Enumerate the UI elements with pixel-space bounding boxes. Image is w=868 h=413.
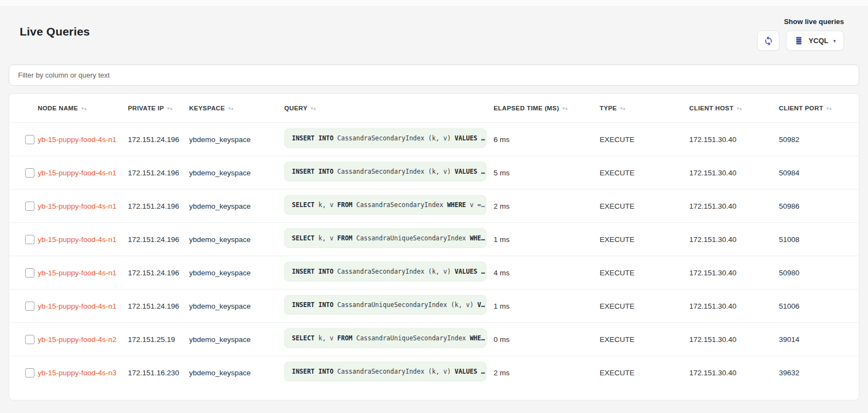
filter-input[interactable] — [9, 64, 859, 86]
query-chip[interactable]: INSERT INTO CassandraSecondaryIndex (k, … — [284, 262, 486, 281]
private-ip-cell: 172.151.24.196 — [128, 135, 189, 144]
client-port-cell: 50986 — [779, 202, 859, 210]
sort-icons[interactable]: ▾▴ — [620, 106, 626, 111]
query-type-cell: EXECUTE — [600, 202, 689, 210]
query-chip[interactable]: SELECT k, v FROM CassandraSecondaryIndex… — [284, 195, 486, 215]
private-ip-cell: 172.151.24.196 — [128, 202, 189, 210]
column-header-client-host[interactable]: CLIENT HOST▾▴ — [689, 105, 779, 111]
row-checkbox[interactable] — [25, 335, 34, 344]
table-row: yb-15-puppy-food-4s-n1 172.151.24.196 yb… — [9, 189, 859, 222]
elapsed-time-cell: 2 ms — [494, 202, 600, 210]
filter-bar — [9, 64, 859, 86]
toolbar-buttons: YCQL ▾ — [757, 31, 844, 51]
query-type-cell: EXECUTE — [600, 369, 689, 377]
node-name-link[interactable]: yb-15-puppy-food-4s-n2 — [38, 335, 116, 344]
row-checkbox[interactable] — [25, 168, 34, 178]
row-checkbox[interactable] — [25, 202, 34, 211]
client-host-cell: 172.151.30.40 — [689, 369, 779, 377]
column-header-elapsed-time[interactable]: ELAPSED TIME (MS)▾▴ — [494, 105, 600, 111]
client-host-cell: 172.151.30.40 — [689, 135, 779, 144]
client-port-cell: 39632 — [779, 369, 859, 377]
query-type-cell: EXECUTE — [600, 335, 689, 344]
query-chip[interactable]: SELECT k, v FROM CassandraUniqueSecondar… — [284, 328, 486, 348]
toolbar: Show live queries — [757, 17, 844, 51]
private-ip-cell: 172.151.24.196 — [128, 302, 189, 310]
table-row: yb-15-puppy-food-4s-n2 172.151.25.19 ybd… — [9, 322, 859, 356]
client-port-cell: 50980 — [779, 269, 859, 277]
refresh-button[interactable] — [757, 31, 779, 51]
sort-icons[interactable]: ▾▴ — [562, 106, 568, 111]
row-checkbox[interactable] — [25, 268, 34, 278]
keyspace-cell: ybdemo_keyspace — [189, 369, 284, 377]
live-queries-table: NODE NAME▾▴ PRIVATE IP▾▴ KEYSPACE▾▴ QUER… — [9, 93, 859, 400]
private-ip-cell: 172.151.24.196 — [128, 269, 189, 277]
keyspace-cell: ybdemo_keyspace — [189, 235, 284, 244]
elapsed-time-cell: 6 ms — [494, 135, 600, 144]
private-ip-cell: 172.151.24.196 — [128, 235, 189, 244]
page-title: Live Queries — [20, 17, 90, 38]
keyspace-cell: ybdemo_keyspace — [189, 135, 284, 144]
node-name-link[interactable]: yb-15-puppy-food-4s-n1 — [38, 235, 116, 244]
top-nav-edge — [0, 0, 868, 7]
node-name-link[interactable]: yb-15-puppy-food-4s-n1 — [38, 202, 116, 210]
query-type-cell: EXECUTE — [600, 135, 689, 144]
row-checkbox[interactable] — [25, 368, 34, 377]
sort-icons[interactable]: ▾▴ — [167, 106, 173, 111]
elapsed-time-cell: 4 ms — [494, 269, 600, 277]
api-selector-dropdown[interactable]: YCQL ▾ — [786, 31, 844, 51]
query-type-cell: EXECUTE — [600, 302, 689, 310]
elapsed-time-cell: 1 ms — [494, 235, 600, 244]
row-checkbox[interactable] — [25, 135, 34, 144]
elapsed-time-cell: 5 ms — [494, 169, 600, 177]
query-type-cell: EXECUTE — [600, 269, 689, 277]
private-ip-cell: 172.151.24.196 — [128, 169, 189, 177]
keyspace-cell: ybdemo_keyspace — [189, 169, 284, 177]
table-row: yb-15-puppy-food-4s-n1 172.151.24.196 yb… — [9, 256, 859, 289]
column-header-client-port[interactable]: CLIENT PORT▾▴ — [779, 105, 859, 111]
column-header-private-ip[interactable]: PRIVATE IP▾▴ — [128, 105, 189, 111]
node-name-link[interactable]: yb-15-puppy-food-4s-n1 — [38, 302, 116, 310]
sort-icons[interactable]: ▾▴ — [826, 106, 832, 111]
keyspace-cell: ybdemo_keyspace — [189, 269, 284, 277]
query-chip[interactable]: SELECT k, v FROM CassandraUniqueSecondar… — [284, 228, 486, 248]
private-ip-cell: 172.151.16.230 — [128, 369, 189, 377]
chevron-down-icon: ▾ — [833, 38, 836, 44]
row-checkbox[interactable] — [25, 235, 34, 244]
client-host-cell: 172.151.30.40 — [689, 169, 779, 177]
client-port-cell: 51008 — [779, 235, 859, 244]
client-host-cell: 172.151.30.40 — [689, 235, 779, 244]
client-host-cell: 172.151.30.40 — [689, 335, 779, 344]
table-body: yb-15-puppy-food-4s-n1 172.151.24.196 yb… — [9, 122, 859, 389]
client-port-cell: 50982 — [779, 135, 859, 144]
query-chip[interactable]: INSERT INTO CassandraUniqueSecondaryInde… — [284, 295, 486, 315]
elapsed-time-cell: 1 ms — [494, 302, 600, 310]
table-header-row: NODE NAME▾▴ PRIVATE IP▾▴ KEYSPACE▾▴ QUER… — [9, 94, 859, 122]
refresh-icon — [764, 36, 773, 46]
table-row: yb-15-puppy-food-4s-n1 172.151.24.196 yb… — [9, 289, 859, 322]
node-name-link[interactable]: yb-15-puppy-food-4s-n1 — [38, 269, 116, 277]
column-header-type[interactable]: TYPE▾▴ — [600, 105, 689, 111]
query-chip[interactable]: INSERT INTO CassandraSecondaryIndex (k, … — [284, 162, 486, 181]
client-port-cell: 39014 — [779, 335, 859, 344]
sort-icons[interactable]: ▾▴ — [310, 106, 316, 111]
column-header-query[interactable]: QUERY▾▴ — [284, 105, 494, 111]
private-ip-cell: 172.151.25.19 — [128, 335, 189, 344]
query-type-cell: EXECUTE — [600, 169, 689, 177]
column-header-node-name[interactable]: NODE NAME▾▴ — [38, 105, 128, 111]
table-row: yb-15-puppy-food-4s-n3 172.151.16.230 yb… — [9, 356, 859, 389]
sort-icons[interactable]: ▾▴ — [228, 106, 234, 111]
api-selector-value: YCQL — [808, 37, 828, 45]
column-header-keyspace[interactable]: KEYSPACE▾▴ — [189, 105, 284, 111]
node-name-link[interactable]: yb-15-puppy-food-4s-n1 — [38, 135, 116, 144]
row-checkbox[interactable] — [25, 302, 34, 311]
node-name-link[interactable]: yb-15-puppy-food-4s-n3 — [38, 369, 116, 377]
sort-icons[interactable]: ▾▴ — [737, 106, 742, 111]
sort-icons[interactable]: ▾▴ — [81, 106, 87, 111]
query-chip[interactable]: INSERT INTO CassandraSecondaryIndex (k, … — [284, 128, 486, 148]
toolbar-label: Show live queries — [784, 17, 844, 26]
client-port-cell: 50984 — [779, 169, 859, 177]
table-row: yb-15-puppy-food-4s-n1 172.151.24.196 yb… — [9, 222, 859, 256]
table-row: yb-15-puppy-food-4s-n1 172.151.24.196 yb… — [9, 122, 859, 156]
query-chip[interactable]: INSERT INTO CassandraSecondaryIndex (k, … — [284, 362, 486, 381]
node-name-link[interactable]: yb-15-puppy-food-4s-n1 — [38, 169, 116, 177]
